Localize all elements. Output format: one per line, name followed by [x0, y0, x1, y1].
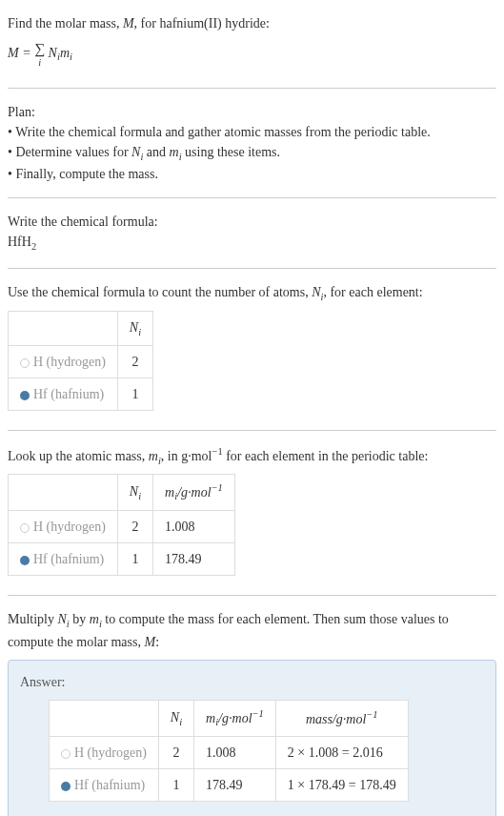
answer-label: Answer: [20, 672, 484, 692]
divider [8, 595, 496, 596]
plan-bullet-3: • Finally, compute the mass. [8, 164, 496, 184]
eq-lhs: M [8, 46, 19, 60]
empty-header [50, 701, 159, 737]
intro-section: Find the molar mass, M, for hafnium(II) … [8, 8, 496, 80]
element-h-cell: H (hydrogen) [9, 346, 118, 378]
header-Ni: Ni [117, 311, 152, 346]
sigma-icon: ∑ [34, 40, 45, 56]
hf-mass: 178.49 [153, 543, 235, 576]
element-h-cell: H (hydrogen) [50, 737, 159, 769]
table-row: H (hydrogen) 2 [9, 346, 153, 378]
eq-i2: i [70, 51, 72, 62]
h-mass: 1.008 [153, 511, 235, 543]
plan-heading: Plan: [8, 102, 496, 122]
table-row: Hf (hafnium) 1 178.49 1 × 178.49 = 178.4… [50, 769, 409, 802]
header-Ni: Ni [158, 701, 193, 737]
h-m: 1.008 [194, 737, 276, 769]
formula-section: Write the chemical formula: HfH2 [8, 206, 496, 260]
h-N: 2 [158, 737, 193, 769]
answer-box: Answer: Ni mi/g·mol−1 mass/g·mol−1 H (hy… [8, 660, 496, 816]
count-section: Use the chemical formula to count the nu… [8, 276, 496, 422]
h-N: 2 [117, 511, 152, 543]
intro-line: Find the molar mass, M, for hafnium(II) … [8, 13, 496, 33]
count-text: Use the chemical formula to count the nu… [8, 282, 496, 305]
var-M: M [123, 12, 134, 34]
element-hf-cell: Hf (hafnium) [9, 378, 118, 411]
count-table: Ni H (hydrogen) 2 Hf (hafnium) 1 [8, 311, 153, 412]
empty-header [9, 311, 118, 346]
eq-m: m [60, 46, 70, 60]
hydrogen-icon [61, 749, 71, 759]
plan-section: Plan: • Write the chemical formula and g… [8, 96, 496, 191]
divider [8, 197, 496, 198]
plan-bullet-1: • Write the chemical formula and gather … [8, 122, 496, 142]
multiply-text: Multiply Ni by mi to compute the mass fo… [8, 609, 496, 652]
table-row: Hf (hafnium) 1 [9, 378, 153, 411]
table-row: H (hydrogen) 2 1.008 [9, 511, 235, 543]
hf-N: 1 [117, 543, 152, 576]
divider [8, 430, 496, 431]
hydrogen-icon [20, 358, 30, 368]
sigma-sub: i [34, 55, 45, 71]
mass-text: Look up the atomic mass, mi, in g·mol−1 … [8, 444, 496, 468]
divider [8, 268, 496, 269]
hf-mass-calc: 1 × 178.49 = 178.49 [275, 769, 408, 802]
mass-section: Look up the atomic mass, mi, in g·mol−1 … [8, 439, 496, 587]
header-mi: mi/g·mol−1 [153, 475, 235, 511]
table-header-row: Ni mi/g·mol−1 [9, 475, 235, 511]
eq-N: N [49, 46, 57, 60]
header-Ni: Ni [117, 475, 152, 511]
hf-count: 1 [117, 378, 152, 411]
plan-bullet-2: • Determine values for Ni and mi using t… [8, 142, 496, 165]
hf-N: 1 [158, 769, 193, 802]
mass-table: Ni mi/g·mol−1 H (hydrogen) 2 1.008 Hf (h… [8, 474, 235, 576]
table-row: Hf (hafnium) 1 178.49 [9, 543, 235, 576]
intro-text-b: , for hafnium(II) hydride: [134, 16, 270, 31]
header-mi: mi/g·mol−1 [194, 701, 276, 737]
header-mass: mass/g·mol−1 [275, 701, 408, 737]
h-count: 2 [117, 346, 152, 378]
chemical-formula: HfH2 [8, 232, 496, 255]
table-header-row: Ni mi/g·mol−1 mass/g·mol−1 [50, 701, 409, 737]
answer-table: Ni mi/g·mol−1 mass/g·mol−1 H (hydrogen) … [49, 700, 409, 802]
intro-text: Find the molar mass, [8, 16, 123, 31]
divider [8, 88, 496, 89]
hafnium-icon [20, 556, 30, 565]
hafnium-icon [61, 782, 71, 791]
multiply-section: Multiply Ni by mi to compute the mass fo… [8, 603, 496, 816]
element-hf-cell: Hf (hafnium) [50, 769, 159, 802]
hafnium-icon [20, 391, 30, 400]
molar-mass-equation: M = ∑i Nimi [8, 33, 496, 74]
hf-m: 178.49 [194, 769, 276, 802]
element-h-cell: H (hydrogen) [9, 511, 118, 543]
eq-equals: = [19, 46, 34, 60]
formula-heading: Write the chemical formula: [8, 212, 496, 232]
element-hf-cell: Hf (hafnium) [9, 543, 118, 576]
hydrogen-icon [20, 523, 30, 533]
table-header-row: Ni [9, 311, 153, 346]
h-mass-calc: 2 × 1.008 = 2.016 [275, 737, 408, 769]
empty-header [9, 475, 118, 511]
table-row: H (hydrogen) 2 1.008 2 × 1.008 = 2.016 [50, 737, 409, 769]
